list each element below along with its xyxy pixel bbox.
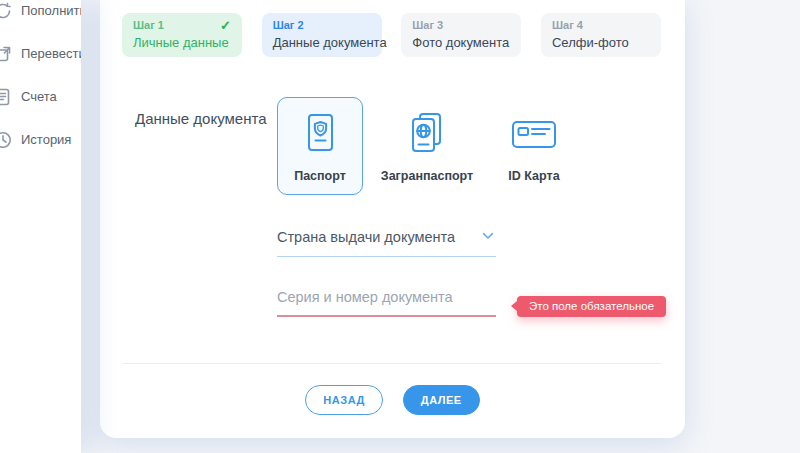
sidebar-menu: Пополнить Перевести Сч	[0, 0, 81, 161]
doc-type-passport[interactable]: Паспорт	[277, 97, 363, 195]
sidebar: Пополнить Перевести Сч	[0, 0, 81, 453]
doc-type-label: Загранпаспорт	[381, 169, 473, 183]
doc-type-label: Паспорт	[294, 169, 346, 183]
accounts-icon	[0, 87, 13, 107]
wizard-actions: НАЗАД ДАЛЕЕ	[100, 385, 685, 415]
step-title: Фото документа	[412, 35, 510, 50]
sidebar-item-label: Счета	[21, 89, 57, 104]
sidebar-item-accounts[interactable]: Счета	[0, 75, 81, 118]
doc-type-intl-passport[interactable]: Загранпаспорт	[384, 97, 470, 195]
kyc-wizard-card: Шаг 1 ✓ Личные данные Шаг 2 Данные докум…	[100, 0, 685, 438]
id-card-icon	[509, 98, 559, 169]
transfer-icon	[0, 44, 13, 64]
error-tooltip: Это поле обязательное	[517, 296, 666, 317]
doc-type-selector: Паспорт Загранпаспорт	[277, 97, 577, 195]
chevron-down-icon	[482, 232, 494, 240]
passport-icon	[299, 98, 341, 169]
sidebar-item-label: Пополнить	[21, 3, 81, 18]
check-icon: ✓	[220, 19, 231, 32]
back-button[interactable]: НАЗАД	[305, 385, 382, 415]
topup-icon	[0, 1, 13, 21]
step-4-selfie-photo[interactable]: Шаг 4 Селфи-фото	[541, 13, 661, 57]
history-icon	[0, 130, 13, 150]
sidebar-item-topup[interactable]: Пополнить	[0, 0, 81, 32]
step-number: Шаг 4	[552, 19, 583, 32]
sidebar-item-history[interactable]: История	[0, 118, 81, 161]
step-1-personal-data[interactable]: Шаг 1 ✓ Личные данные	[122, 13, 242, 57]
next-button[interactable]: ДАЛЕЕ	[403, 385, 480, 415]
doc-number-field[interactable]	[277, 288, 496, 317]
step-number: Шаг 3	[412, 19, 443, 32]
step-number: Шаг 2	[273, 19, 304, 32]
app-viewport: Пополнить Перевести Сч	[0, 0, 800, 453]
doc-type-label: ID Карта	[508, 169, 559, 183]
country-select[interactable]: Страна выдачи документа	[277, 228, 496, 257]
sidebar-item-transfer[interactable]: Перевести	[0, 32, 81, 75]
doc-number-input[interactable]	[277, 289, 496, 305]
divider	[122, 363, 661, 364]
sidebar-item-label: Перевести	[21, 46, 81, 61]
step-title: Данные документа	[273, 35, 371, 50]
sidebar-item-label: История	[21, 132, 71, 147]
step-number: Шаг 1	[133, 19, 164, 32]
country-select-value: Страна выдачи документа	[277, 228, 455, 246]
step-title: Селфи-фото	[552, 35, 650, 50]
step-title: Личные данные	[133, 35, 231, 50]
section-title: Данные документа	[135, 110, 267, 127]
error-tooltip-text: Это поле обязательное	[529, 300, 654, 312]
intl-passport-icon	[405, 98, 449, 169]
doc-type-id-card[interactable]: ID Карта	[491, 97, 577, 195]
step-2-document-data[interactable]: Шаг 2 Данные документа	[262, 13, 382, 57]
step-3-document-photo[interactable]: Шаг 3 Фото документа	[401, 13, 521, 57]
steps-bar: Шаг 1 ✓ Личные данные Шаг 2 Данные докум…	[122, 13, 661, 57]
